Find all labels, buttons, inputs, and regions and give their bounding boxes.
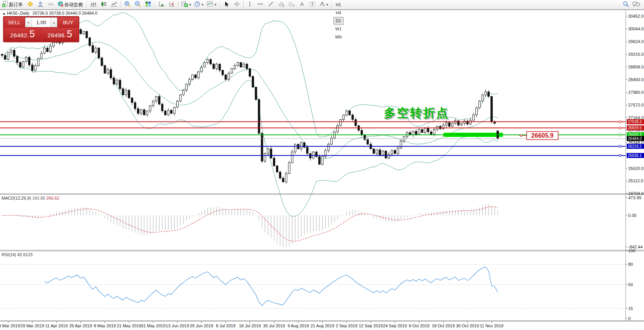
svg-text:19 Mar 2019: 19 Mar 2019 [0, 323, 20, 328]
toolbar-separator [120, 1, 121, 8]
tile-windows-button[interactable] [143, 0, 153, 9]
buy-price-fraction: 5 [67, 29, 72, 38]
timeframe-MN[interactable]: MN [333, 33, 344, 41]
vertical-line-button[interactable] [245, 0, 255, 9]
search-icon [622, 1, 629, 9]
indicators-add-icon [181, 1, 188, 8]
svg-text:8 May 2019: 8 May 2019 [94, 323, 116, 328]
svg-text:8 Jul 2019: 8 Jul 2019 [216, 323, 236, 328]
horizontal-line-button[interactable] [256, 0, 265, 9]
autotrade-globe-icon [57, 1, 64, 8]
line-chart-icon [111, 1, 118, 8]
fibonacci-button[interactable]: F [287, 0, 296, 9]
signals-button[interactable] [46, 0, 56, 9]
one-click-trading-widget: SELL ▼ 1.00 ▲ BUY 26482.5 26496.5 [3, 16, 79, 42]
svg-text:100: 100 [628, 248, 635, 253]
svg-text:80: 80 [628, 262, 633, 267]
svg-text:18 Oct 2019: 18 Oct 2019 [432, 323, 455, 328]
candlestick-chart-icon [100, 1, 107, 8]
chart-area[interactable]: 26605.9多空转折点多空转折点MACD(12,26,9) 180.88 26… [0, 0, 644, 330]
timeframe-H4[interactable]: H4 [333, 9, 344, 17]
svg-text:15: 15 [628, 306, 633, 311]
autotrade-button[interactable]: 自动交易 [57, 0, 85, 9]
candlestick-chart-button[interactable] [99, 0, 109, 9]
bar-chart-button[interactable] [89, 0, 98, 9]
contacts-person-icon [37, 1, 44, 8]
bar-chart-icon [90, 1, 97, 8]
indicators-button[interactable]: ▼ [180, 0, 192, 9]
svg-text:多空转折点: 多空转折点 [384, 106, 449, 120]
templates-button[interactable]: ▼ [206, 0, 218, 9]
buy-button[interactable]: BUY [58, 17, 78, 27]
search-button[interactable] [621, 0, 631, 9]
sell-button[interactable]: SELL [4, 17, 24, 27]
metaeditor-icon [27, 1, 33, 8]
svg-text:T: T [311, 2, 314, 7]
svg-text:13 Jun 2019: 13 Jun 2019 [166, 323, 189, 328]
cursor-button[interactable] [222, 0, 231, 9]
volume-increase-button[interactable]: ▲ [50, 18, 57, 27]
svg-text:25 Jun 2019: 25 Jun 2019 [190, 323, 213, 328]
text-button[interactable]: A [297, 0, 307, 9]
svg-text:8 Oct 2019: 8 Oct 2019 [409, 323, 430, 328]
arrows-button[interactable]: ▼ [318, 0, 330, 9]
zoom-out-icon [134, 1, 141, 8]
equidistant-channel-button[interactable]: E [276, 0, 286, 9]
svg-text:27028.3: 27028.3 [628, 120, 642, 124]
volume-decrease-button[interactable]: ▼ [25, 18, 32, 27]
svg-text:29216.0: 29216.0 [628, 52, 644, 57]
volume-input[interactable]: 1.00 [32, 18, 50, 27]
buy-price: 26496. [48, 32, 67, 38]
timeframe-toolbar: M1M5M15M30H1H4D1W1MN [333, 0, 344, 41]
trendline-icon [268, 1, 274, 8]
svg-text:473.99: 473.99 [628, 195, 641, 200]
svg-text:21 Aug 2019: 21 Aug 2019 [311, 323, 335, 328]
text-label-button[interactable]: T [308, 0, 317, 9]
periods-button[interactable]: ▼ [193, 0, 205, 9]
timeframe-D1[interactable]: D1 [333, 17, 344, 25]
text-label-icon: T [309, 1, 316, 8]
zoom-in-button[interactable] [122, 0, 132, 9]
toolbar-grip [219, 1, 221, 8]
svg-text:A: A [300, 1, 304, 7]
timeframe-W1[interactable]: W1 [333, 25, 344, 33]
crosshair-button[interactable] [232, 0, 242, 9]
svg-text:21 May 2019: 21 May 2019 [117, 323, 141, 328]
new-order-button[interactable]: 新订单 [1, 0, 25, 9]
trendline-button[interactable] [266, 0, 276, 9]
new-order-icon [2, 1, 8, 8]
sell-price-button[interactable]: 26482.5 [4, 28, 41, 41]
zoom-out-button[interactable] [133, 0, 142, 9]
auto-scroll-button[interactable] [157, 0, 166, 9]
chart-shift-icon [169, 1, 176, 8]
fibonacci-icon: F [288, 1, 295, 8]
svg-text:26233.2: 26233.2 [628, 144, 642, 148]
line-chart-button[interactable] [109, 0, 119, 9]
svg-text:0.00: 0.00 [628, 213, 636, 218]
svg-text:29624.0: 29624.0 [628, 39, 644, 44]
sell-price-fraction: 5 [29, 29, 35, 38]
svg-text:27980.0: 27980.0 [628, 90, 644, 95]
chart-title: ▲HK50-,Daily26736.0 26738.0 26440.0 2648… [2, 11, 97, 15]
svg-text:30 Jul 2019: 30 Jul 2019 [263, 323, 285, 328]
toolbar-grip [86, 1, 87, 8]
svg-text:0: 0 [628, 316, 631, 321]
toolbar-separator [178, 1, 179, 8]
toolbar-grip [154, 1, 156, 8]
svg-text:26605.9: 26605.9 [531, 132, 554, 139]
chart-shift-button[interactable] [167, 0, 177, 9]
svg-text:28808.0: 28808.0 [628, 65, 644, 69]
chat-button[interactable] [631, 0, 641, 9]
svg-text:26829.5: 26829.5 [628, 126, 642, 130]
svg-text:27164.0: 27164.0 [628, 115, 644, 120]
vertical-line-icon [247, 1, 253, 8]
dropdown-caret-icon: ▼ [201, 3, 204, 7]
contacts-button[interactable] [36, 0, 45, 9]
chart-annotation: 多空转折点多空转折点 [384, 106, 450, 121]
metaeditor-button[interactable] [25, 0, 35, 9]
buy-price-button[interactable]: 26496.5 [42, 28, 78, 41]
title-marker-icon: ▲ [2, 12, 6, 15]
timeframe-H1[interactable]: H1 [333, 1, 344, 9]
svg-text:30044.0: 30044.0 [628, 27, 644, 31]
svg-text:11 Nov 2019: 11 Nov 2019 [480, 323, 503, 328]
